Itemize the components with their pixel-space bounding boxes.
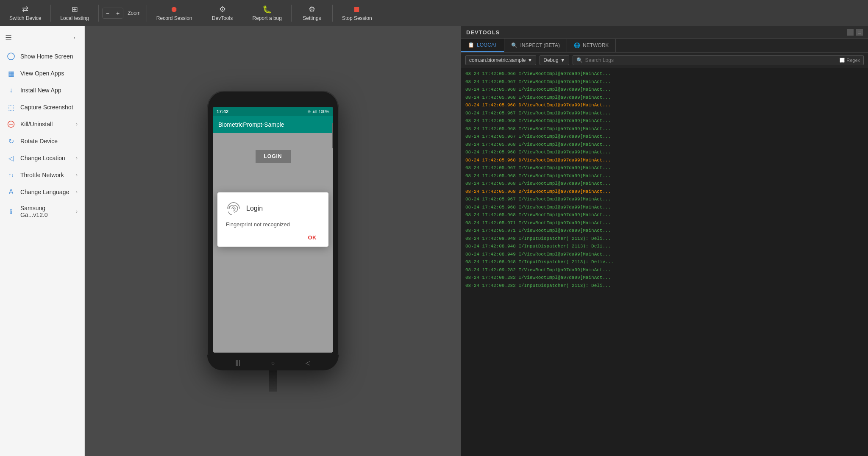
record-session-button[interactable]: ⏺ Record Session [150, 3, 198, 24]
phone-body: LOGIN [213, 133, 333, 353]
sidebar-item-change-language[interactable]: A Change Language › [0, 184, 84, 200]
location-icon: ◁ [7, 154, 15, 162]
device-area: 17:42 ⊕ .ull 100% BiometricPrompt-Sample… [85, 26, 461, 456]
toolbar-divider-1 [50, 5, 51, 22]
log-content[interactable]: 08-24 17:42:05.966 I/ViewRootImpl@a97da9… [461, 68, 868, 456]
log-search-input[interactable] [585, 57, 837, 63]
language-chevron-icon: › [76, 189, 78, 195]
sidebar-item-show-home-label: Show Home Screen [20, 53, 78, 60]
home-screen-icon [7, 52, 15, 61]
dialog-message: Fingerprint not recognized [226, 221, 320, 228]
regex-checkbox[interactable] [840, 58, 845, 63]
phone-app-bar: BiometricPrompt-Sample [213, 116, 333, 133]
switch-device-button[interactable]: ⇄ Switch Device [3, 2, 47, 24]
zoom-out-button[interactable]: − [103, 8, 113, 18]
tab-logcat[interactable]: 📋 LOGCAT [461, 39, 504, 52]
sidebar-item-samsung[interactable]: ℹ Samsung Ga...v12.0 › [0, 200, 84, 222]
log-line: 08-24 17:42:05.968 D/ViewRootImpl@a97da9… [461, 156, 868, 164]
log-line: 08-24 17:42:09.282 I/InputDispatcher( 21… [461, 282, 868, 290]
kill-uninstall-icon [7, 120, 15, 128]
dialog-ok-button[interactable]: OK [305, 233, 320, 242]
sidebar-item-install-app[interactable]: ↓ Install New App [0, 82, 84, 99]
network-tab-icon: 🌐 [574, 42, 580, 48]
screenshot-icon: ⬚ [7, 103, 15, 111]
devtools-button[interactable]: ⚙ DevTools [206, 2, 239, 24]
svg-point-0 [8, 53, 14, 60]
log-line: 08-24 17:42:05.967 I/ViewRootImpl@a97da9… [461, 164, 868, 172]
sidebar-item-rotate[interactable]: ↻ Rotate Device [0, 133, 84, 150]
phone-frame: 17:42 ⊕ .ull 100% BiometricPrompt-Sample… [207, 91, 339, 370]
devtools-toolbar: com.an.biometric.sample ▼ Debug ▼ 🔍 Rege… [461, 53, 868, 68]
log-line: 08-24 17:42:05.968 I/ViewRootImpl@a97da9… [461, 172, 868, 180]
hamburger-icon[interactable]: ☰ [5, 33, 12, 42]
nav-home-icon[interactable]: ○ [271, 359, 275, 366]
log-level-dropdown[interactable]: Debug ▼ [540, 55, 569, 65]
record-icon: ⏺ [170, 5, 178, 14]
back-arrow-icon[interactable]: ← [72, 34, 79, 42]
wifi-icon: ⊕ [307, 109, 311, 114]
sidebar-item-kill-uninstall[interactable]: Kill/Uninstall › [0, 116, 84, 133]
biometric-dialog: Login Fingerprint not recognized OK [217, 192, 328, 247]
tab-inspect[interactable]: 🔍 INSPECT (BETA) [504, 39, 567, 52]
location-chevron-icon: › [76, 155, 78, 161]
install-app-icon: ↓ [7, 86, 15, 95]
sidebar-header: ☰ ← [0, 30, 84, 46]
dialog-actions: OK [226, 233, 320, 242]
tab-network[interactable]: 🌐 NETWORK [567, 39, 616, 52]
sidebar-item-show-home[interactable]: Show Home Screen [0, 48, 84, 65]
network-tab-label: NETWORK [583, 42, 609, 48]
devtools-window-buttons: _ □ [847, 29, 863, 36]
devtools-minimize-button[interactable]: _ [847, 29, 854, 36]
login-button[interactable]: LOGIN [256, 150, 291, 163]
phone-screen[interactable]: 17:42 ⊕ .ull 100% BiometricPrompt-Sample… [213, 107, 333, 353]
local-testing-button[interactable]: ⊞ Local testing [54, 2, 95, 24]
dialog-title: Login [246, 205, 263, 212]
log-line: 08-24 17:42:05.968 I/ViewRootImpl@a97da9… [461, 211, 868, 219]
log-line: 08-24 17:42:08.949 I/ViewRootImpl@a97da9… [461, 250, 868, 259]
report-bug-label: Report a bug [253, 15, 282, 21]
log-line: 08-24 17:42:05.968 I/ViewRootImpl@a97da9… [461, 125, 868, 133]
nav-back-icon[interactable]: ||| [236, 359, 240, 366]
svg-point-3 [233, 208, 234, 209]
log-line: 08-24 17:42:08.948 I/InputDispatcher( 21… [461, 242, 868, 250]
regex-label: Regex [840, 58, 860, 63]
fingerprint-icon [226, 201, 241, 216]
sidebar-item-kill-label: Kill/Uninstall [20, 121, 71, 128]
stop-session-button[interactable]: ⏹ Stop Session [336, 3, 378, 24]
log-line: 08-24 17:42:09.282 I/ViewRootImpl@a97da9… [461, 266, 868, 274]
record-label: Record Session [156, 15, 192, 21]
report-bug-button[interactable]: 🐛 Report a bug [247, 2, 288, 24]
zoom-in-button[interactable]: + [113, 8, 123, 18]
devtools-icon: ⚙ [219, 5, 226, 14]
log-line: 08-24 17:42:05.967 I/ViewRootImpl@a97da9… [461, 195, 868, 203]
status-icons: ⊕ .ull 100% [307, 109, 329, 114]
main-toolbar: ⇄ Switch Device ⊞ Local testing − + Zoom… [0, 0, 868, 26]
log-line: 08-24 17:42:05.968 D/ViewRootImpl@a97da9… [461, 101, 868, 109]
logcat-tab-label: LOGCAT [477, 42, 497, 48]
package-value: com.an.biometric.sample [469, 57, 526, 63]
settings-icon: ⚙ [309, 5, 315, 14]
sidebar-item-throttle-network[interactable]: ↑↓ Throttle Network › [0, 167, 84, 184]
sidebar-item-change-location[interactable]: ◁ Change Location › [0, 150, 84, 167]
change-language-icon: A [7, 188, 15, 196]
zoom-group: − + [102, 8, 123, 19]
settings-button[interactable]: ⚙ Settings [295, 2, 329, 24]
nav-recents-icon[interactable]: ◁ [306, 359, 310, 366]
samsung-info-icon: ℹ [7, 207, 15, 216]
devtools-label: DevTools [212, 15, 233, 21]
toolbar-divider-5 [243, 5, 243, 22]
sidebar-item-throttle-label: Throttle Network [20, 172, 71, 178]
zoom-label: Zoom [125, 10, 143, 16]
devtools-panel: DEVTOOLS _ □ 📋 LOGCAT 🔍 INSPECT (BETA) 🌐… [461, 26, 868, 456]
devtools-maximize-button[interactable]: □ [856, 29, 863, 36]
log-line: 08-24 17:42:09.282 I/ViewRootImpl@a97da9… [461, 274, 868, 282]
package-dropdown[interactable]: com.an.biometric.sample ▼ [465, 55, 536, 65]
sidebar-item-screenshot[interactable]: ⬚ Capture Screenshot [0, 99, 84, 116]
log-line: 08-24 17:42:05.968 D/ViewRootImpl@a97da9… [461, 188, 868, 196]
throttle-network-icon: ↑↓ [7, 171, 15, 179]
view-open-icon: ▦ [7, 69, 15, 78]
sidebar-item-view-open[interactable]: ▦ View Open Apps [0, 65, 84, 82]
scroll-handle[interactable] [332, 123, 333, 148]
log-line: 08-24 17:42:05.968 I/ViewRootImpl@a97da9… [461, 148, 868, 156]
usb-cable [269, 370, 277, 392]
